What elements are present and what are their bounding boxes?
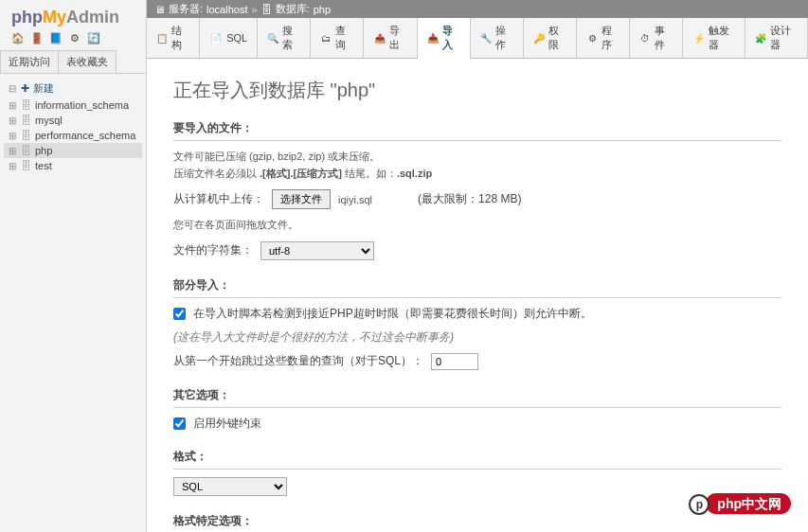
charset-select[interactable]: utf-8 [260,241,374,260]
tab-designer[interactable]: 🧩设计器 [745,18,808,58]
main: 🖥 服务器: localhost » 🗄 数据库: php 📋结构 📄SQL 🔍… [147,0,808,532]
export-icon: 📤 [373,31,385,44]
db-item[interactable]: ⊞🗄performance_schema [4,128,142,143]
expand-icon[interactable]: ⊞ [8,115,17,126]
reload-icon[interactable]: 🔄 [87,31,100,44]
main-tabs: 📋结构 📄SQL 🔍搜索 🗂查询 📤导出 📥导入 🔧操作 🔑权限 ⚙程序 ⏱事件… [147,18,808,59]
max-size-label: (最大限制：128 MB) [418,191,521,207]
skip-row: 从第一个开始跳过这些数量的查询（对于SQL）： [173,353,781,370]
format-select[interactable]: SQL [173,477,287,496]
tab-search[interactable]: 🔍搜索 [258,18,311,58]
format-section-title: 格式： [173,449,781,470]
home-icon[interactable]: 🏠 [11,31,25,44]
events-icon: ⏱ [639,31,651,44]
choose-file-button[interactable]: 选择文件 [272,189,331,209]
drag-note: 您可在各页面间拖放文件。 [173,217,781,234]
fk-row: 启用外键约束 [173,416,781,432]
settings-icon[interactable]: ⚙ [68,31,81,44]
db-item[interactable]: ⊞🗄information_schema [4,98,142,113]
breadcrumb: 🖥 服务器: localhost » 🗄 数据库: php [147,0,808,18]
server-icon: 🖥 [154,4,165,15]
partial-section-title: 部分导入： [173,277,781,298]
page-title: 正在导入到数据库 "php" [173,78,781,103]
chosen-file-name: iqiyi.sql [338,194,372,205]
import-icon: 📥 [427,31,439,44]
database-icon: 🗄 [21,115,31,126]
sidebar-subtabs: 近期访问 表收藏夹 [0,50,146,74]
db-tree: ⊟ ✚ 新建 ⊞🗄information_schema ⊞🗄mysql ⊞🗄pe… [0,74,146,179]
watermark: pphp中文网 [689,494,791,515]
docs-icon[interactable]: 📘 [49,31,63,44]
tab-structure[interactable]: 📋结构 [147,18,200,58]
database-icon: 🗄 [21,160,31,171]
charset-row: 文件的字符集： utf-8 [173,241,781,260]
charset-label: 文件的字符集： [173,242,253,258]
logout-icon[interactable]: 🚪 [30,31,44,44]
toolbar-icons: 🏠 🚪 📘 ⚙ 🔄 [0,29,146,50]
database-icon: 🗄 [261,4,272,15]
new-db-link[interactable]: ⊟ ✚ 新建 [4,80,142,98]
tab-triggers[interactable]: ⚡触发器 [683,18,745,58]
format-row: SQL [173,477,781,496]
routines-icon: ⚙ [586,31,598,44]
upload-row: 从计算机中上传： 选择文件 iqiyi.sql (最大限制：128 MB) [173,189,781,209]
db-item[interactable]: ⊞🗄test [4,158,142,173]
logo[interactable]: phpMyAdmin [0,0,146,29]
new-db-icon: ✚ [21,82,29,95]
search-icon: 🔍 [267,31,278,44]
fk-checkbox[interactable] [173,417,186,430]
privileges-icon: 🔑 [533,31,545,44]
sql-icon: 📄 [209,31,223,44]
expand-icon[interactable]: ⊞ [8,100,17,111]
tab-query[interactable]: 🗂查询 [311,18,364,58]
tab-privileges[interactable]: 🔑权限 [524,18,577,58]
database-icon: 🗄 [21,130,31,141]
expand-icon[interactable]: ⊞ [8,146,17,156]
db-item[interactable]: ⊞🗄mysql [4,113,142,128]
interrupt-checkbox[interactable] [173,308,186,320]
tab-events[interactable]: ⏱事件 [630,18,683,58]
content: 正在导入到数据库 "php" 要导入的文件： 文件可能已压缩 (gzip, bz… [147,59,808,532]
subtab-favorites[interactable]: 表收藏夹 [58,50,117,73]
other-section-title: 其它选项： [173,387,781,408]
database-icon: 🗄 [21,99,31,111]
tab-import[interactable]: 📥导入 [418,18,471,59]
compress-note: 文件可能已压缩 (gzip, bzip2, zip) 或未压缩。 压缩文件名必须… [173,149,781,182]
tab-sql[interactable]: 📄SQL [200,18,258,58]
structure-icon: 📋 [156,31,168,44]
tab-routines[interactable]: ⚙程序 [577,18,630,58]
operations-icon: 🔧 [480,31,492,44]
tab-export[interactable]: 📤导出 [364,18,417,58]
query-icon: 🗂 [320,31,332,44]
subtab-recent[interactable]: 近期访问 [0,50,59,73]
partial-interrupt-row: 在导入时脚本若检测到接近PHP超时时限（即需要花费很长时间）则允许中断。 (这在… [173,306,781,346]
database-icon: 🗄 [21,145,31,156]
triggers-icon: ⚡ [692,31,704,44]
skip-input[interactable] [431,353,478,370]
upload-label: 从计算机中上传： [173,191,264,207]
sidebar: phpMyAdmin 🏠 🚪 📘 ⚙ 🔄 近期访问 表收藏夹 ⊟ ✚ 新建 ⊞🗄… [0,0,147,532]
expand-icon: ⊟ [8,83,17,94]
format-opts-title: 格式特定选项： [173,513,781,532]
file-section-title: 要导入的文件： [173,120,781,141]
db-item-selected[interactable]: ⊞🗄php [4,143,142,158]
designer-icon: 🧩 [755,31,766,44]
expand-icon[interactable]: ⊞ [8,161,17,171]
expand-icon[interactable]: ⊞ [8,131,17,141]
tab-operations[interactable]: 🔧操作 [471,18,524,58]
